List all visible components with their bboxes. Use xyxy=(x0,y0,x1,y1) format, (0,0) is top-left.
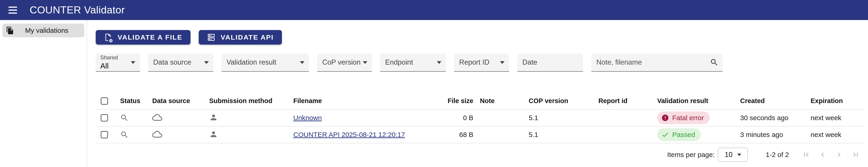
created-cell: 30 seconds ago xyxy=(740,114,811,122)
filter-cop-version-label: CoP version xyxy=(317,58,361,66)
filename-link[interactable]: Unknown xyxy=(293,114,428,122)
chevron-down-icon xyxy=(500,61,504,64)
filter-report-id-select[interactable]: Report ID xyxy=(454,54,509,72)
chevron-down-icon xyxy=(437,61,441,64)
chevron-down-icon xyxy=(737,154,741,156)
file-gear-icon: ⚙ xyxy=(104,33,113,42)
last-page-button[interactable] xyxy=(847,148,864,162)
col-status: Status xyxy=(120,97,152,105)
first-page-icon xyxy=(802,151,811,159)
col-filename: Filename xyxy=(293,97,428,105)
col-expiration: Expiration xyxy=(811,97,864,105)
last-page-icon xyxy=(851,151,860,159)
table-row: Unknown 0 B 5.1 Fatal error 30 seconds a… xyxy=(96,110,864,127)
expiration-cell: next week xyxy=(811,114,864,122)
filename-link[interactable]: COUNTER API 2025-08-21 12:20:17 xyxy=(293,131,428,139)
app-header: COUNTER Validator xyxy=(0,0,868,20)
gear-icon: ⚙ xyxy=(109,38,114,43)
search-input[interactable] xyxy=(591,54,701,71)
status-badge: Passed xyxy=(657,128,701,141)
status-badge-label: Passed xyxy=(672,131,695,139)
items-per-page-select[interactable]: 10 xyxy=(718,148,748,162)
validate-api-button[interactable]: VALIDATE API xyxy=(199,30,282,44)
search-icon[interactable] xyxy=(710,58,718,67)
row-checkbox[interactable] xyxy=(101,114,108,122)
next-page-button[interactable] xyxy=(831,148,847,162)
pagination-bar: Items per page: 10 1-2 of 2 xyxy=(96,143,864,166)
filter-cop-version-select[interactable]: CoP version xyxy=(317,54,372,72)
file-size-cell: 0 B xyxy=(428,114,480,122)
filter-endpoint-label: Endpoint xyxy=(380,58,413,66)
sidebar: My validations xyxy=(0,20,87,167)
filter-validation-result-label: Validation result xyxy=(221,58,276,66)
cop-version-cell: 5.1 xyxy=(529,131,598,139)
items-per-page-label: Items per page: xyxy=(667,151,715,159)
status-badge-label: Fatal error xyxy=(672,114,704,122)
created-cell: 3 minutes ago xyxy=(740,131,811,139)
filter-date-label: Date xyxy=(517,58,537,66)
validate-file-button[interactable]: ⚙ VALIDATE A FILE xyxy=(96,30,190,44)
col-file-size: File size xyxy=(428,97,480,105)
chevron-left-icon xyxy=(818,151,827,159)
person-icon xyxy=(209,113,293,123)
previous-page-button[interactable] xyxy=(814,148,831,162)
main-content: ⚙ VALIDATE A FILE VALIDATE API xyxy=(87,20,868,167)
col-note: Note xyxy=(480,97,529,105)
file-size-cell: 68 B xyxy=(428,131,480,139)
server-icon xyxy=(207,33,216,42)
select-all-checkbox[interactable] xyxy=(101,97,108,105)
chevron-down-icon xyxy=(204,61,209,64)
first-page-button[interactable] xyxy=(798,148,814,162)
filter-shared-select[interactable]: Shared All xyxy=(96,54,140,72)
app-title: COUNTER Validator xyxy=(30,4,125,16)
filter-shared-value: All xyxy=(100,62,118,70)
filter-date-field[interactable]: Date xyxy=(517,54,583,72)
status-badge: Fatal error xyxy=(657,111,710,124)
filter-validation-result-select[interactable]: Validation result xyxy=(221,54,309,72)
cloud-icon xyxy=(152,129,209,140)
col-submission-method: Submission method xyxy=(209,97,293,105)
validate-api-label: VALIDATE API xyxy=(221,33,274,41)
hamburger-icon xyxy=(8,7,17,14)
magnifier-icon[interactable] xyxy=(120,130,152,139)
person-icon xyxy=(209,130,293,139)
col-data-source: Data source xyxy=(152,97,209,105)
filter-bar: Shared All Data source Validation result… xyxy=(96,54,864,72)
expiration-cell: next week xyxy=(811,131,864,139)
validations-table: Status Data source Submission method Fil… xyxy=(96,93,864,143)
documents-icon xyxy=(6,26,14,35)
filter-endpoint-select[interactable]: Endpoint xyxy=(380,54,446,72)
cop-version-cell: 5.1 xyxy=(529,114,598,122)
cloud-icon xyxy=(152,112,209,123)
chevron-down-icon xyxy=(363,61,367,64)
filter-shared-text: Shared All xyxy=(96,54,118,71)
chevron-down-icon xyxy=(131,61,135,64)
table-row: COUNTER API 2025-08-21 12:20:17 68 B 5.1… xyxy=(96,127,864,143)
col-report-id: Report id xyxy=(598,97,657,105)
action-buttons: ⚙ VALIDATE A FILE VALIDATE API xyxy=(96,30,864,44)
filter-search-field xyxy=(591,54,723,72)
sidebar-item-label: My validations xyxy=(25,27,68,34)
filter-data-source-select[interactable]: Data source xyxy=(148,54,213,72)
validate-file-label: VALIDATE A FILE xyxy=(118,33,182,41)
page-range: 1-2 of 2 xyxy=(766,151,789,159)
chevron-right-icon xyxy=(835,151,843,159)
row-checkbox[interactable] xyxy=(101,131,108,138)
error-icon xyxy=(661,114,669,122)
sidebar-item-my-validations[interactable]: My validations xyxy=(2,24,84,37)
table-header-row: Status Data source Submission method Fil… xyxy=(96,93,864,110)
filter-report-id-label: Report ID xyxy=(454,58,490,66)
filter-shared-label: Shared xyxy=(100,55,118,61)
items-per-page-value: 10 xyxy=(725,151,733,159)
col-cop-version: COP version xyxy=(529,97,598,105)
chevron-down-icon xyxy=(300,61,305,64)
menu-button[interactable] xyxy=(5,3,20,17)
col-created: Created xyxy=(740,97,811,105)
magnifier-icon[interactable] xyxy=(120,113,152,122)
pager-controls xyxy=(798,148,864,162)
col-validation-result: Validation result xyxy=(657,97,740,105)
filter-data-source-label: Data source xyxy=(148,58,191,66)
check-icon xyxy=(661,131,669,139)
